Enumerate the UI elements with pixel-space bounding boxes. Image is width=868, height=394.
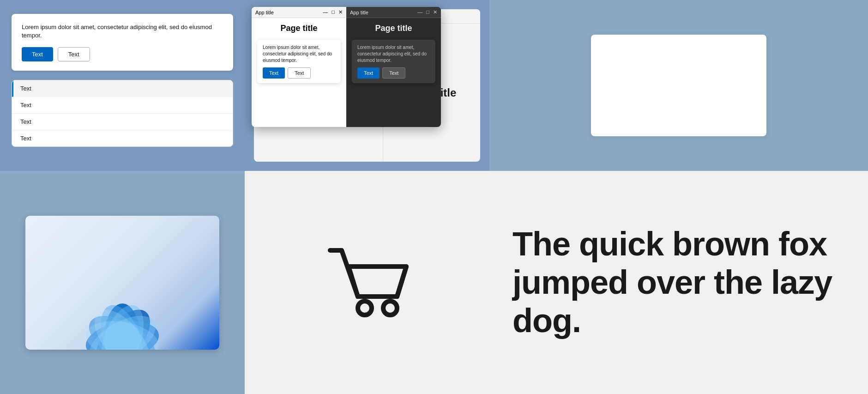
inner-secondary-btn-dark[interactable]: Text <box>382 67 405 79</box>
close-button-dark[interactable]: ✕ <box>433 9 437 15</box>
dialog-primary-button[interactable]: Text <box>22 47 53 61</box>
minimize-button-dark[interactable]: — <box>417 9 422 15</box>
list-item-1[interactable]: Text <box>12 80 233 97</box>
win-controls-dark: — □ ✕ <box>417 9 437 15</box>
white-preview-card <box>591 35 766 136</box>
svg-point-9 <box>358 301 372 315</box>
dialog-button-group: Text Text <box>22 47 223 61</box>
close-button[interactable]: ✕ <box>338 9 343 15</box>
list-item-4[interactable]: Text <box>12 130 233 146</box>
dialog-secondary-button[interactable]: Text <box>58 47 90 61</box>
maximize-button[interactable]: □ <box>332 9 335 15</box>
inner-primary-btn-dark[interactable]: Text <box>357 67 380 79</box>
maximize-button-dark[interactable]: □ <box>426 9 429 15</box>
browser-preview-card <box>25 216 219 350</box>
dialog-body-text: Lorem ipsum dolor sit amet, consectetur … <box>22 23 223 40</box>
svg-point-10 <box>383 301 397 315</box>
inner-buttons-light: Text Text <box>263 67 335 79</box>
dialog-box: Lorem ipsum dolor sit amet, consectetur … <box>12 14 233 71</box>
dialog-dark-half: App title — □ ✕ Page title Lorem ipsum d… <box>346 7 441 127</box>
cell-text-showcase: The quick brown fox jumped over the lazy… <box>489 171 868 394</box>
list-box: Text Text Text Text <box>12 80 233 147</box>
cell-nav-and-dialog: App title ← ☰ 🔍 Text Text P <box>245 0 489 171</box>
shopping-cart-icon <box>316 232 418 333</box>
inner-buttons-dark: Text Text <box>357 67 430 79</box>
app-title-dark: App title <box>350 10 368 15</box>
inner-dialog-text-light: Lorem ipsum dolor sit amet, consectetur … <box>263 44 335 64</box>
cell-white-card <box>489 0 868 171</box>
inner-primary-btn-light[interactable]: Text <box>263 67 285 79</box>
titlebar-dark: App title — □ ✕ <box>346 7 441 18</box>
cell-cart-icon <box>245 171 489 394</box>
dialog-light-half: App title — □ ✕ Page title Lorem ipsum d… <box>252 7 346 127</box>
inner-dialog-dark: Lorem ipsum dolor sit amet, consectetur … <box>352 40 435 83</box>
page-title-dark: Page title <box>346 18 441 37</box>
inner-dialog-text-dark: Lorem ipsum dolor sit amet, consectetur … <box>357 44 430 64</box>
inner-secondary-btn-light[interactable]: Text <box>288 67 311 79</box>
list-item-2[interactable]: Text <box>12 97 233 114</box>
win-controls-light: — □ ✕ <box>323 9 343 15</box>
split-dialog-window: App title — □ ✕ Page title Lorem ipsum d… <box>252 7 441 127</box>
cell-browser-preview <box>0 171 245 394</box>
titlebar-light: App title — □ ✕ <box>252 7 346 18</box>
app-title-light: App title <box>255 10 274 15</box>
cell-dialog-and-list: Lorem ipsum dolor sit amet, consectetur … <box>0 0 245 171</box>
page-title-light: Page title <box>252 18 346 37</box>
inner-dialog-light: Lorem ipsum dolor sit amet, consectetur … <box>257 40 341 83</box>
edge-bloom-graphic <box>48 267 196 350</box>
minimize-button[interactable]: — <box>323 9 328 15</box>
list-item-3[interactable]: Text <box>12 114 233 130</box>
showcase-text: The quick brown fox jumped over the lazy… <box>512 225 845 339</box>
